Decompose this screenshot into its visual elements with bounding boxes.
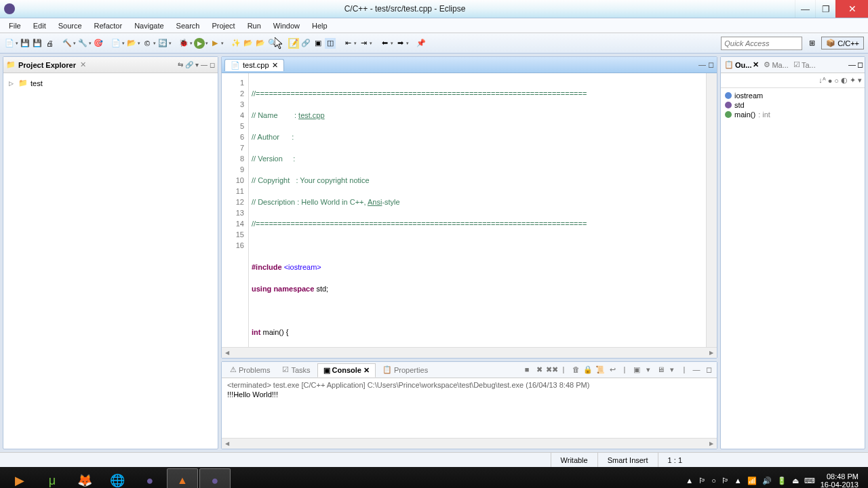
tray-action-icon[interactable]: 🏳 [722, 476, 729, 485]
close-tab-icon[interactable]: ✕ [80, 60, 86, 69]
link-icon[interactable]: 🔗 [300, 38, 311, 49]
filter4-icon[interactable]: ✦ [850, 76, 856, 85]
tray-flag-icon[interactable]: 🏳 [698, 476, 706, 485]
menu-source[interactable]: Source [52, 20, 88, 32]
col-icon[interactable]: ◫ [325, 38, 336, 49]
tab-outline[interactable]: 📋Ou...✕ [722, 58, 761, 71]
wrench-icon[interactable]: 🔧 [77, 38, 88, 49]
project-explorer-tab[interactable]: 📁 Project Explorer ✕ ⇆ 🔗 ▾ — ◻ [3, 57, 218, 73]
editor-max-icon[interactable]: ◻ [708, 60, 714, 69]
close-button[interactable]: ✕ [835, 0, 868, 18]
new-icon[interactable]: 📄 [4, 38, 15, 49]
tray-eject-icon[interactable]: ⏏ [792, 476, 799, 485]
editor-min-icon[interactable]: — [698, 60, 706, 69]
taskbar-eclipse1[interactable]: ● [134, 468, 165, 488]
outline-item-iostream[interactable]: iostream [725, 91, 861, 100]
debug-icon[interactable]: 🐞 [178, 38, 189, 49]
console-scrollbar[interactable]: ◀▶ [222, 438, 717, 449]
tray-vlc-icon[interactable]: ▲ [734, 476, 742, 485]
max-icon[interactable]: ◻ [210, 61, 215, 68]
tray-net-icon[interactable]: 📶 [747, 476, 757, 485]
link-editor-icon[interactable]: 🔗 [185, 61, 193, 68]
menu-search[interactable]: Search [170, 20, 206, 32]
tray-up-icon[interactable]: ▲ [686, 476, 693, 485]
sort-icon[interactable]: ↓ᴬ [818, 76, 826, 85]
clear-icon[interactable]: 🗑 [570, 365, 581, 374]
editor-tab-test[interactable]: 📄 test.cpp ✕ [224, 59, 284, 71]
open-icon[interactable]: 📂 [243, 38, 254, 49]
new2-icon[interactable]: 📄 [111, 38, 121, 49]
menu-file[interactable]: File [3, 20, 27, 32]
out-menu-icon[interactable]: ▾ [858, 76, 862, 85]
lock-icon[interactable]: 🔒 [583, 365, 593, 374]
class-icon[interactable]: © [142, 38, 153, 49]
open2-icon[interactable]: 📂 [255, 38, 266, 49]
maximize-button[interactable]: ❐ [815, 0, 835, 18]
profile-icon[interactable]: ▶ [210, 38, 220, 49]
outline-item-main[interactable]: main() : int [725, 110, 861, 119]
tray-clock[interactable]: 08:48 PM 16-04-2013 [821, 472, 859, 488]
print-icon[interactable]: 🖨 [44, 38, 55, 49]
taskbar-chrome[interactable]: 🌐 [102, 468, 133, 488]
back-icon[interactable]: ⬅ [379, 38, 390, 49]
menu-run[interactable]: Run [241, 20, 267, 32]
taskbar-utorrent[interactable]: μ [37, 468, 68, 488]
remove-icon[interactable]: ✖ [534, 365, 545, 374]
out-min-icon[interactable]: — [848, 60, 856, 69]
tab-problems[interactable]: ⚠Problems [224, 363, 275, 376]
tray-vol-icon[interactable]: 🔊 [762, 476, 772, 485]
out-max-icon[interactable]: ◻ [857, 60, 863, 69]
tab-tasks2[interactable]: ☑Ta... [791, 58, 818, 71]
min-icon[interactable]: — [201, 61, 208, 68]
tab-properties[interactable]: 📋Properties [377, 363, 433, 376]
taskbar-mediaplayer[interactable]: ▶ [4, 468, 35, 488]
menu-window[interactable]: Window [267, 20, 306, 32]
wand-icon[interactable]: ✨ [231, 38, 241, 49]
taskbar-firefox[interactable]: 🦊 [69, 468, 100, 488]
tab-tasks[interactable]: ☑Tasks [277, 363, 315, 376]
scroll-icon[interactable]: 📜 [595, 365, 606, 374]
build-icon[interactable]: 🔨 [62, 38, 73, 49]
fwd-icon[interactable]: ➡ [395, 38, 406, 49]
box-icon[interactable]: ▣ [313, 38, 323, 49]
filter2-icon[interactable]: ○ [834, 77, 839, 85]
taskbar-eclipse-active[interactable]: ● [199, 468, 231, 488]
horizontal-scrollbar[interactable]: ◀▶ [222, 347, 717, 358]
highlight-icon[interactable]: 📝 [288, 38, 299, 49]
outline-item-std[interactable]: std [725, 100, 861, 110]
refresh-icon[interactable]: 🔄 [157, 38, 168, 49]
perspective-cpp[interactable]: 📦 C/C++ [821, 37, 864, 49]
filter3-icon[interactable]: ◐ [841, 76, 848, 85]
quick-access-input[interactable] [721, 37, 802, 50]
persp-open-icon[interactable]: ⊞ [806, 38, 817, 49]
tab-console[interactable]: ▣Console✕ [317, 363, 376, 378]
menu-navigate[interactable]: Navigate [128, 20, 170, 32]
display-icon[interactable]: 🖥 [655, 365, 666, 374]
menu-edit[interactable]: Edit [27, 20, 52, 32]
taskbar-vlc[interactable]: ▲ [167, 468, 198, 488]
saveall-icon[interactable]: 💾 [32, 38, 43, 49]
con-min-icon[interactable]: — [691, 365, 702, 374]
menu-refactor[interactable]: Refactor [88, 20, 129, 32]
collapse-icon[interactable]: ⇆ [178, 61, 183, 68]
nav2-icon[interactable]: ⇥ [358, 38, 369, 49]
code-editor[interactable]: 12345678910111213141516 //==============… [222, 73, 717, 347]
target-icon[interactable]: 🎯 [93, 38, 104, 49]
folder-icon[interactable]: 📂 [126, 38, 137, 49]
stop-icon[interactable]: ■ [521, 365, 532, 374]
menu-help[interactable]: Help [306, 20, 334, 32]
vertical-scrollbar[interactable] [706, 73, 717, 347]
filter1-icon[interactable]: ● [828, 77, 833, 85]
tray-circle-icon[interactable]: ○ [711, 476, 716, 485]
expand-icon[interactable]: ▷ [9, 80, 16, 87]
console-body[interactable]: <terminated> test.exe [C/C++ Application… [222, 378, 717, 438]
removeall-icon[interactable]: ✖✖ [546, 365, 557, 374]
close-editor-icon[interactable]: ✕ [272, 61, 278, 70]
pin-icon[interactable]: 📌 [416, 38, 427, 49]
code-body[interactable]: //======================================… [249, 73, 706, 347]
con-max-icon[interactable]: ◻ [703, 365, 714, 374]
open-console-icon[interactable]: ▣ [631, 365, 642, 374]
wrap-icon[interactable]: ↩ [607, 365, 618, 374]
run-icon[interactable]: ▶ [194, 38, 205, 49]
tray-bat-icon[interactable]: 🔋 [777, 476, 787, 485]
